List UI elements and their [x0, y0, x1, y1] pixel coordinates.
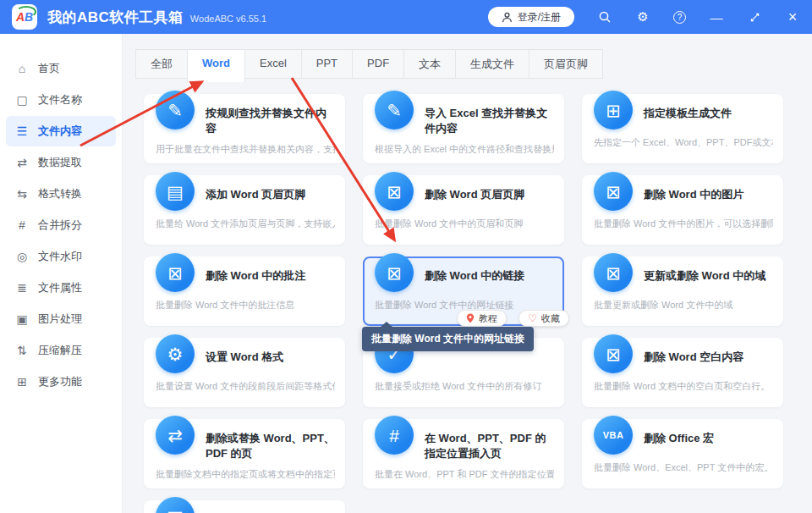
home-icon: ⌂	[15, 62, 29, 75]
card-title: 更新或删除 Word 中的域	[644, 265, 765, 284]
sidebar-item-watermark[interactable]: ◎ 文件水印	[6, 241, 116, 272]
sidebar-item-merge-split[interactable]: # 合并拆分	[6, 210, 116, 240]
app-version: WodeABC v6.55.1	[190, 14, 266, 24]
word-link-delete-icon: ⊠	[375, 253, 414, 292]
login-label: 登录/注册	[518, 10, 561, 25]
card-add-header-footer[interactable]: ▤ 添加 Word 页眉页脚 批量给 Word 文件添加页眉与页脚，支持嵌入页码	[144, 175, 345, 245]
sidebar-item-format-convert[interactable]: ⇆ 格式转换	[6, 179, 116, 209]
tab-all[interactable]: 全部	[135, 49, 188, 79]
template-docs-icon: ⊞	[594, 91, 633, 130]
tutorial-button[interactable]: 教程	[457, 310, 507, 327]
minimize-icon[interactable]: —	[709, 9, 724, 25]
person-icon	[502, 12, 513, 23]
app-logo-icon: AB	[12, 4, 37, 30]
card-title: 删除 Word 空白内容	[644, 346, 743, 365]
qrcode-delete-icon: ▦	[156, 497, 195, 513]
card-title: 删除或替换 Word、PPT、PDF 的页	[206, 428, 335, 461]
settings-gear-icon[interactable]: ⚙	[635, 9, 650, 25]
sidebar-item-file-content[interactable]: ☰ 文件内容	[6, 116, 116, 146]
app-window: AB 我的ABC软件工具箱 WodeABC v6.55.1 登录/注册 ⚙ ? …	[0, 0, 812, 513]
card-template-generate[interactable]: ⊞ 指定模板生成文件 先指定一个 Excel、Word、PPT、PDF或文本文件…	[582, 94, 783, 163]
card-title: 删除 Office 宏	[644, 428, 714, 446]
search-icon[interactable]	[597, 9, 612, 25]
sidebar-item-label: 图片处理	[38, 312, 82, 327]
tab-excel[interactable]: Excel	[244, 49, 302, 79]
maximize-icon[interactable]	[747, 9, 762, 25]
card-title: 导入 Excel 查找并替换文件内容	[425, 102, 554, 136]
card-excel-find-replace[interactable]: ✎ 导入 Excel 查找并替换文件内容 根据导入的 Excel 中的文件路径和…	[363, 94, 564, 163]
tab-pdf[interactable]: PDF	[352, 49, 404, 79]
tool-card-grid: ✎ 按规则查找并替换文件内容 用于批量在文件中查找并替换相关内容，支持 Wor …	[144, 94, 812, 513]
card-subtitle: 根据导入的 Excel 中的文件路径和查找替换规则来	[375, 143, 554, 156]
card-title: 在 Word、PPT、PDF 的指定位置插入页	[425, 428, 554, 461]
excel-doc-edit-icon: ✎	[375, 91, 414, 130]
card-title: 指定模板生成文件	[644, 102, 732, 121]
login-register-button[interactable]: 登录/注册	[488, 7, 574, 27]
card-subtitle: 批量更新或删除 Word 文件中的域	[594, 299, 773, 312]
more-functions-icon: ⊞	[15, 375, 29, 389]
tab-header-footer[interactable]: 页眉页脚	[529, 49, 603, 79]
word-image-delete-icon: ⊠	[594, 172, 633, 211]
sidebar-item-label: 格式转换	[38, 186, 82, 201]
sidebar-item-label: 压缩解压	[38, 343, 82, 358]
card-subtitle: 用于批量在文件中查找并替换相关内容，支持 Wor	[156, 143, 335, 156]
card-subtitle: 先指定一个 Excel、Word、PPT、PDF或文本文件作	[594, 136, 773, 149]
card-update-del-fields[interactable]: ⊠ 更新或删除 Word 中的域 批量更新或删除 Word 文件中的域	[582, 256, 783, 326]
tooltip-text: 批量删除 Word 文件中的网址链接	[371, 333, 524, 345]
card-subtitle: 批量删除文档中的指定页或将文档中的指定页替换	[156, 468, 335, 481]
close-icon[interactable]: ×	[785, 9, 800, 25]
titlebar: AB 我的ABC软件工具箱 WodeABC v6.55.1 登录/注册 ⚙ ? …	[0, 0, 812, 34]
sidebar-item-label: 合并拆分	[38, 218, 82, 233]
sidebar-item-image-process[interactable]: ▣ 图片处理	[6, 304, 116, 334]
favorite-button[interactable]: ♡ 收藏	[518, 310, 569, 327]
sidebar-item-file-props[interactable]: ≣ 文件属性	[6, 273, 116, 303]
card-title: 删除 Office 和 PDF 中的二维码	[206, 509, 335, 513]
help-icon[interactable]: ?	[673, 11, 686, 24]
word-blank-delete-icon: ⊠	[594, 334, 633, 373]
doc-header-footer-icon: ▤	[156, 172, 195, 211]
doc-edit-icon: ✎	[156, 91, 195, 130]
tab-generate-file[interactable]: 生成文件	[455, 49, 529, 79]
card-title: 删除 Word 中的链接	[425, 265, 524, 284]
page-insert-icon: #	[375, 416, 414, 455]
card-title: 删除 Word 页眉页脚	[425, 184, 524, 202]
card-del-replace-pages[interactable]: ⇄ 删除或替换 Word、PPT、PDF 的页 批量删除文档中的指定页或将文档中…	[144, 419, 345, 488]
compress-icon: ⇅	[15, 344, 29, 357]
tutorial-label: 教程	[479, 312, 497, 325]
tooltip: 批量删除 Word 文件中的网址链接	[362, 327, 534, 351]
app-body: ⌂ 首页 ▢ 文件名称 ☰ 文件内容 ⇄ 数据提取 ⇆ 格式转换 # 合并拆分 …	[0, 34, 812, 513]
card-find-replace-content[interactable]: ✎ 按规则查找并替换文件内容 用于批量在文件中查找并替换相关内容，支持 Wor	[144, 94, 345, 163]
watermark-icon: ◎	[15, 250, 29, 263]
favorite-label: 收藏	[541, 312, 560, 325]
card-del-word-links[interactable]: ⊠ 删除 Word 中的链接 批量删除 Word 文件中的网址链接 教程 ♡ 收…	[363, 256, 564, 326]
main-content: 全部 Word Excel PPT PDF 文本 生成文件 页眉页脚 ✎ 按规则…	[123, 34, 812, 513]
card-del-word-comments[interactable]: ⊠ 删除 Word 中的批注 批量删除 Word 文件中的批注信息	[144, 256, 345, 326]
sidebar: ⌂ 首页 ▢ 文件名称 ☰ 文件内容 ⇄ 数据提取 ⇆ 格式转换 # 合并拆分 …	[0, 34, 123, 513]
logo-letter-a: A	[16, 10, 25, 24]
logo-letter-b: B	[25, 10, 33, 24]
word-field-delete-icon: ⊠	[594, 253, 633, 292]
card-insert-pages[interactable]: # 在 Word、PPT、PDF 的指定位置插入页 批量在 Word、PPT 和…	[363, 419, 564, 488]
card-set-word-format[interactable]: ⚙ 设置 Word 格式 批量设置 Word 文件的段前段后间距等格式信息	[144, 338, 345, 407]
card-del-qrcode[interactable]: ▦ 删除 Office 和 PDF 中的二维码	[144, 500, 345, 513]
sidebar-item-file-name[interactable]: ▢ 文件名称	[6, 85, 116, 115]
sidebar-item-data-extract[interactable]: ⇄ 数据提取	[6, 147, 116, 178]
tab-ppt[interactable]: PPT	[301, 49, 353, 79]
tab-word[interactable]: Word	[187, 49, 245, 82]
tab-text[interactable]: 文本	[403, 49, 456, 79]
card-subtitle: 批量删除 Word 文件中的批注信息	[156, 299, 335, 312]
data-extract-icon: ⇄	[15, 156, 29, 169]
format-convert-icon: ⇆	[15, 187, 29, 201]
card-title: 删除 Word 中的图片	[644, 184, 743, 202]
sidebar-item-home[interactable]: ⌂ 首页	[6, 53, 116, 84]
sidebar-item-label: 文件名称	[38, 92, 82, 108]
card-subtitle: 批量删除 Word 文件中的页眉和页脚	[375, 218, 554, 230]
card-del-word-images[interactable]: ⊠ 删除 Word 中的图片 批量删除 Word 文件中的图片，可以选择删除页眉	[582, 175, 783, 245]
card-del-office-macros[interactable]: VBA 删除 Office 宏 批量删除 Word、Excel、PPT 文件中的…	[582, 419, 783, 488]
card-del-blank-content[interactable]: ⊠ 删除 Word 空白内容 批量删除 Word 文档中的空白页和空白行。	[582, 338, 783, 407]
category-tabs: 全部 Word Excel PPT PDF 文本 生成文件 页眉页脚	[135, 49, 812, 82]
sidebar-item-more[interactable]: ⊞ 更多功能	[6, 367, 116, 397]
sidebar-item-compress[interactable]: ⇅ 压缩解压	[6, 335, 116, 366]
card-del-header-footer[interactable]: ⊠ 删除 Word 页眉页脚 批量删除 Word 文件中的页眉和页脚	[363, 175, 564, 245]
sidebar-item-label: 文件属性	[38, 280, 82, 295]
